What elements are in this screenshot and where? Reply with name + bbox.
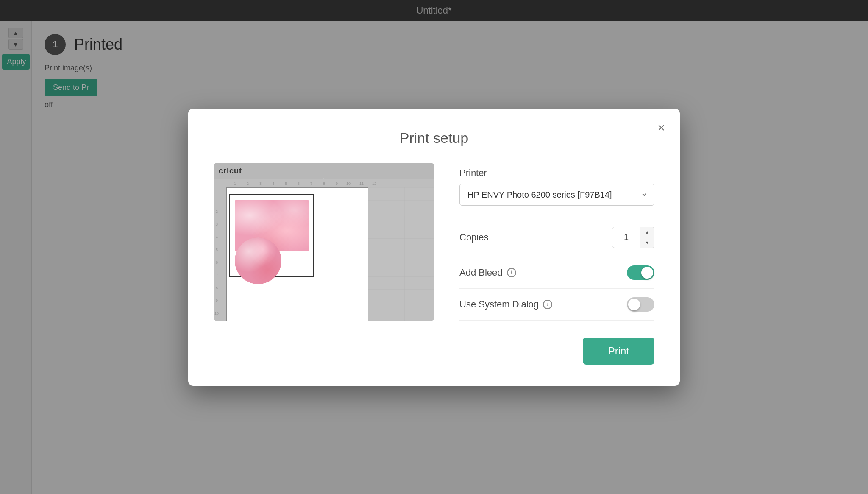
copies-input-wrapper: 1 ▴ ▾	[612, 227, 654, 248]
svg-text:5: 5	[216, 248, 218, 252]
copies-decrease-btn[interactable]: ▾	[640, 237, 654, 248]
use-system-dialog-row: Use System Dialog i	[459, 289, 654, 321]
use-system-dialog-toggle[interactable]	[627, 297, 654, 312]
add-bleed-label-group: Add Bleed i	[459, 267, 516, 278]
modal-body: cricut	[214, 163, 654, 321]
svg-text:2: 2	[216, 209, 218, 214]
paper-area	[226, 187, 368, 321]
modal-title: Print setup	[214, 130, 654, 146]
preview-grid-area: 1 2 3 4 5 6 7 8 9 10 11 12 1 2	[214, 179, 434, 321]
svg-text:7: 7	[310, 181, 312, 186]
svg-text:3: 3	[216, 222, 218, 226]
svg-text:6: 6	[298, 181, 300, 186]
svg-text:9: 9	[336, 181, 338, 186]
copies-row: Copies 1 ▴ ▾	[459, 218, 654, 257]
printer-label: Printer	[459, 167, 654, 179]
add-bleed-label: Add Bleed	[459, 267, 503, 278]
svg-text:4: 4	[272, 181, 274, 186]
add-bleed-toggle-thumb	[641, 267, 653, 279]
svg-text:12: 12	[372, 181, 376, 186]
svg-text:4: 4	[216, 235, 218, 239]
printer-select[interactable]: HP ENVY Photo 6200 series [F97B14] Micro…	[459, 184, 654, 206]
design-border-box	[229, 194, 314, 277]
design-circle-texture	[235, 237, 281, 284]
svg-text:9: 9	[216, 299, 218, 303]
add-bleed-toggle[interactable]	[627, 265, 654, 280]
svg-text:1: 1	[216, 197, 218, 201]
preview-header-bar: cricut	[214, 163, 434, 179]
copies-increase-btn[interactable]: ▴	[640, 227, 654, 237]
use-system-dialog-toggle-thumb	[628, 299, 640, 310]
use-system-dialog-label: Use System Dialog	[459, 299, 539, 310]
print-preview-panel: cricut	[214, 163, 434, 321]
svg-text:5: 5	[285, 181, 287, 186]
svg-text:8: 8	[216, 286, 218, 290]
printer-section: Printer HP ENVY Photo 6200 series [F97B1…	[459, 167, 654, 206]
copies-spinners: ▴ ▾	[640, 227, 654, 248]
svg-text:7: 7	[216, 273, 218, 277]
svg-text:10: 10	[214, 311, 219, 315]
svg-text:10: 10	[346, 181, 351, 186]
add-bleed-info-icon[interactable]: i	[507, 268, 516, 277]
use-system-dialog-info-icon[interactable]: i	[543, 300, 552, 309]
close-button[interactable]: ×	[655, 119, 667, 136]
print-button[interactable]: Print	[583, 338, 654, 365]
modal-footer: Print	[214, 338, 654, 365]
use-system-dialog-label-group: Use System Dialog i	[459, 299, 552, 310]
settings-panel: Printer HP ENVY Photo 6200 series [F97B1…	[459, 163, 654, 321]
svg-text:1: 1	[234, 181, 236, 186]
print-setup-modal: × Print setup cricut	[188, 109, 680, 386]
add-bleed-row: Add Bleed i	[459, 257, 654, 289]
svg-text:2: 2	[247, 181, 249, 186]
svg-text:11: 11	[359, 181, 364, 186]
svg-text:8: 8	[323, 181, 325, 186]
cricut-logo: cricut	[219, 167, 242, 176]
svg-text:6: 6	[216, 260, 218, 265]
svg-text:3: 3	[259, 181, 262, 186]
design-circle	[235, 237, 281, 284]
copies-input[interactable]: 1	[612, 227, 640, 247]
modal-overlay: × Print setup cricut	[0, 0, 868, 494]
copies-label: Copies	[459, 232, 488, 243]
modal-header: Print setup	[214, 130, 654, 146]
